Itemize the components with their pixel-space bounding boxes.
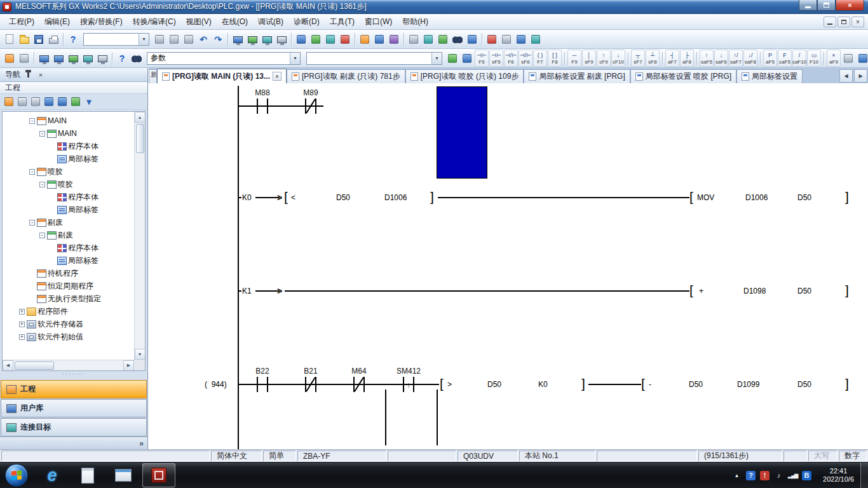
- taskbar-gxworks-button[interactable]: [142, 463, 175, 487]
- vertical-scroll-thumb[interactable]: [136, 124, 144, 153]
- ladder-key-sF7[interactable]: ┬sF7: [631, 50, 645, 67]
- ladder-key-sF5[interactable]: ⊣⊢sF5: [489, 50, 503, 67]
- expand-toggle[interactable]: -: [39, 131, 45, 137]
- ladder-key-cF10[interactable]: ↓cF10: [611, 50, 625, 67]
- nav-sort-icon[interactable]: [69, 95, 82, 108]
- intelligent-monitor-icon[interactable]: [95, 51, 109, 65]
- tree-item[interactable]: 局部标签: [3, 203, 134, 216]
- nav-new-item-icon[interactable]: [3, 95, 15, 108]
- scroll-down-icon[interactable]: ▼: [135, 349, 146, 360]
- tree-horizontal-scrollbar[interactable]: ◀ ▶: [3, 360, 134, 370]
- toolbar-combo-empty[interactable]: ▾: [83, 33, 149, 46]
- ladder-key-aF7[interactable]: ┤aF7: [665, 50, 679, 67]
- expand-toggle[interactable]: +: [19, 334, 25, 340]
- nav-paste-icon[interactable]: [29, 95, 42, 108]
- monitor-stop-icon[interactable]: [338, 32, 352, 46]
- tab-overflow-sliver[interactable]: 新: [149, 69, 157, 83]
- find-icon[interactable]: [130, 51, 144, 65]
- expand-toggle[interactable]: -: [39, 182, 45, 187]
- tree-item[interactable]: +程序部件: [3, 305, 134, 318]
- paste-icon[interactable]: [182, 32, 196, 46]
- tab-close-button[interactable]: ×: [273, 72, 281, 81]
- ladder-key-F5[interactable]: ⊣⊢F5: [475, 50, 489, 67]
- expand-toggle[interactable]: -: [29, 169, 35, 175]
- device-monitor-3-icon[interactable]: [66, 51, 80, 65]
- tree-item[interactable]: -喷胶: [3, 165, 134, 178]
- ladder-key-aF9[interactable]: ×aF9: [827, 50, 841, 67]
- scroll-right-icon[interactable]: ▶: [123, 360, 134, 371]
- device-batch-monitor-icon[interactable]: [372, 32, 386, 46]
- find-device-icon[interactable]: [451, 32, 465, 46]
- device-display-icon[interactable]: [460, 51, 474, 65]
- tree-item[interactable]: -喷胶: [3, 178, 134, 191]
- ladder-block-icon[interactable]: [856, 51, 868, 65]
- tree-item[interactable]: -剔废: [3, 216, 134, 229]
- document-tab[interactable]: 局部标签设置 剔废 [PRG]: [524, 69, 630, 83]
- document-tab[interactable]: 局部标签设置 喷胶 [PRG]: [630, 69, 736, 83]
- expand-toggle[interactable]: -: [29, 220, 35, 226]
- menu-item[interactable]: 窗口(W): [360, 14, 397, 29]
- parameter-combo[interactable]: 参数 ▾: [147, 52, 301, 65]
- ladder-key-saF6[interactable]: ↓saF6: [714, 50, 728, 67]
- minimize-button[interactable]: [799, 0, 817, 11]
- device-monitor-1-icon[interactable]: [37, 51, 51, 65]
- show-desktop-button[interactable]: [860, 463, 868, 488]
- tree-item[interactable]: 程序本体: [3, 241, 134, 254]
- update-tray-icon[interactable]: !: [760, 471, 770, 480]
- ladder-canvas[interactable]: M88M89K0>[<D50D1006][MOVD1006D50]K1>[+D1…: [149, 83, 868, 449]
- mdi-close-button[interactable]: ×: [851, 17, 864, 27]
- help2-icon[interactable]: ?: [115, 51, 129, 65]
- tree-item[interactable]: 待机程序: [3, 267, 134, 280]
- pin-button[interactable]: [23, 70, 33, 79]
- document-tab[interactable]: [PRG]读取 喷胶 (只读) 109步: [405, 69, 524, 83]
- read-mode-icon[interactable]: [499, 32, 513, 46]
- ladder-key-saF8[interactable]: ↓/saF8: [743, 50, 757, 67]
- ladder-key-F6[interactable]: ⊣/⊢F6: [504, 50, 518, 67]
- bluetooth-icon[interactable]: B: [802, 471, 811, 480]
- start-button[interactable]: [5, 464, 28, 487]
- tree-item[interactable]: 程序本体: [3, 191, 134, 203]
- ladder-key-sF9[interactable]: │sF9: [582, 50, 596, 67]
- expand-toggle[interactable]: +: [19, 309, 25, 315]
- tab-scroll-right-button[interactable]: ▶: [854, 69, 867, 83]
- panel-splitter-handle[interactable]: ·······: [0, 371, 147, 380]
- ladder-key-F10[interactable]: ▭F10: [807, 50, 821, 67]
- device-test-icon[interactable]: [358, 32, 372, 46]
- menu-item[interactable]: 搜索/替换(F): [75, 14, 128, 29]
- print-icon[interactable]: [46, 32, 60, 46]
- ladder-key-aF8[interactable]: ├aF8: [680, 50, 694, 67]
- more-buttons-chevron[interactable]: »: [139, 439, 144, 448]
- monitor-mode-icon[interactable]: [294, 32, 308, 46]
- copy-icon[interactable]: [167, 32, 181, 46]
- undo-icon[interactable]: ↶: [196, 32, 210, 46]
- tree-item[interactable]: +软元件初始值: [3, 330, 134, 343]
- save-project-icon[interactable]: [32, 32, 46, 46]
- ladder-key-F9[interactable]: ─F9: [567, 50, 581, 67]
- document-tab[interactable]: 局部标签设置: [736, 69, 803, 83]
- menu-item[interactable]: 诊断(D): [288, 14, 325, 29]
- tree-item[interactable]: 局部标签: [3, 254, 134, 267]
- document-tab[interactable]: [PRG]读取 MAIN (只读) 13...×: [157, 69, 287, 83]
- menu-item[interactable]: 编辑(E): [39, 14, 75, 29]
- menu-item[interactable]: 在线(O): [217, 14, 253, 29]
- help-tray-icon[interactable]: ?: [746, 471, 756, 480]
- statement-icon[interactable]: [407, 32, 421, 46]
- new-project-icon[interactable]: [3, 32, 17, 46]
- nav-close-button[interactable]: ×: [36, 70, 46, 79]
- ladder-key-cF9[interactable]: ↑cF9: [597, 50, 611, 67]
- tree-vertical-scrollbar[interactable]: ▲ ▼: [134, 112, 145, 360]
- tree-item[interactable]: +软元件存储器: [3, 318, 134, 330]
- monitor-write-mode-icon[interactable]: [309, 32, 323, 46]
- nav-filter-dropdown-icon[interactable]: ▾: [83, 95, 95, 108]
- tree-item[interactable]: -MAIN: [3, 114, 134, 127]
- tree-item[interactable]: 无执行类型指定: [3, 292, 134, 305]
- nav-button-project[interactable]: 工程: [1, 380, 147, 398]
- tree-item[interactable]: 恒定周期程序: [3, 280, 134, 292]
- zoom-icon[interactable]: [529, 32, 543, 46]
- close-button[interactable]: ×: [836, 0, 864, 11]
- write-to-plc-icon[interactable]: [231, 32, 245, 46]
- device-monitor-2-icon[interactable]: [51, 51, 65, 65]
- tab-scroll-left-button[interactable]: ◀: [839, 69, 853, 83]
- show-hidden-icons-icon[interactable]: ▲: [732, 471, 742, 480]
- element-selection-icon[interactable]: [17, 51, 31, 65]
